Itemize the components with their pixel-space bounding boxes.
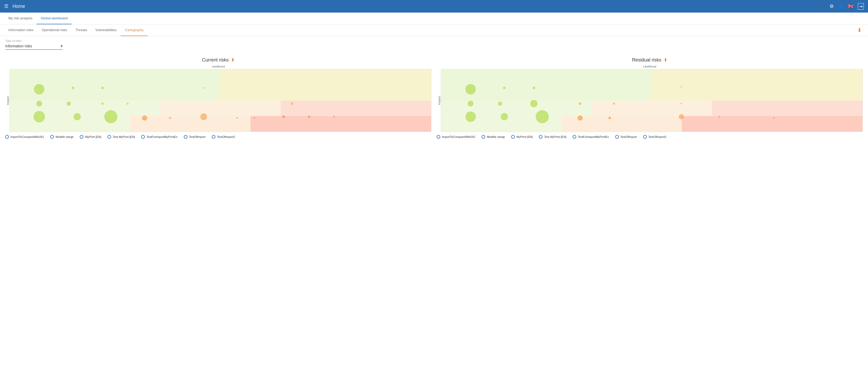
r-bubble-7 (530, 100, 537, 107)
legend-item: TestOfImport2 (212, 135, 235, 139)
legend-dot (482, 135, 485, 139)
r-bubble-3 (533, 87, 535, 89)
svg-rect-1 (220, 69, 431, 101)
bubble-20 (333, 116, 335, 117)
current-risks-legend: ImportToCompareWith261 Modèle vierge MyP… (5, 135, 431, 139)
svg-rect-12 (712, 101, 863, 116)
legend-item: TestForImportMyPrintEn (141, 135, 178, 139)
r-bubble-16 (679, 114, 684, 119)
legend-dot (184, 135, 187, 139)
bubble-11 (73, 113, 81, 120)
download-button-secondary[interactable]: ⬇ (855, 25, 864, 35)
bubble-17 (253, 117, 255, 119)
svg-rect-7 (250, 116, 431, 132)
r-bubble-2 (503, 87, 506, 89)
primary-tab-bar: My risk analysis Global dashboard (0, 12, 868, 24)
legend-item: ImportToCompareWith261 (437, 135, 475, 139)
legend-dot (212, 135, 215, 139)
legend-label: Test MyPrint [EN] (113, 135, 135, 138)
bubble-7 (101, 102, 104, 105)
svg-rect-9 (652, 69, 863, 101)
current-risks-impact-label: Impact (5, 69, 9, 132)
app-header: ☰ Home ⚙ 👤 🇬🇧 ⇥ (0, 0, 868, 12)
residual-risks-panel: Residual risks ⬇ Likelihood Impact (437, 57, 863, 139)
flag-icon[interactable]: 🇬🇧 (848, 3, 854, 9)
bubble-4 (203, 87, 205, 89)
secondary-tab-bar: Information risks Operational risks Thre… (0, 24, 868, 36)
legend-label: TestOfImport2 (648, 135, 666, 138)
legend-item: TestOfImport2 (643, 135, 666, 139)
bubble-16 (236, 117, 238, 119)
svg-rect-4 (281, 101, 431, 116)
bubble-18 (282, 115, 285, 118)
bubble-10 (33, 111, 45, 122)
current-risks-header: Current risks ⬇ (5, 57, 431, 63)
tab-cartography[interactable]: Cartography (121, 24, 148, 36)
bubble-13 (142, 115, 147, 121)
bubble-5 (36, 101, 42, 107)
bubble-19 (308, 116, 310, 118)
legend-label: TestOfImport (620, 135, 637, 138)
bubble-15 (200, 113, 207, 120)
legend-dot (615, 135, 619, 139)
current-risks-title: Current risks (202, 57, 228, 63)
filter-row: Type of risks Information risks ▾ (0, 36, 868, 53)
legend-label: TestForImportMyPrintEn (578, 135, 609, 138)
legend-label: TestOfImport2 (217, 135, 235, 138)
menu-icon[interactable]: ☰ (4, 3, 8, 9)
tab-operational-risks[interactable]: Operational risks (37, 24, 71, 36)
bubble-1 (34, 84, 44, 94)
settings-icon[interactable]: ⚙ (830, 3, 834, 9)
residual-risks-likelihood-label: Likelihood (437, 65, 863, 68)
residual-risks-header: Residual risks ⬇ (437, 57, 863, 63)
legend-dot (511, 135, 515, 139)
r-bubble-9 (613, 103, 615, 105)
charts-container: Current risks ⬇ Likelihood Impact (0, 53, 868, 141)
tab-information-risks[interactable]: Information risks (4, 24, 37, 36)
legend-dot (50, 135, 54, 139)
r-bubble-12 (501, 113, 508, 120)
tab-global-dashboard[interactable]: Global dashboard (37, 12, 72, 24)
current-risks-likelihood-label: Likelihood (5, 65, 431, 68)
legend-item: TestOfImport (615, 135, 637, 139)
tab-my-risk-analysis[interactable]: My risk analysis (4, 12, 37, 24)
legend-item: MyPrint [EN] (511, 135, 533, 139)
logout-icon[interactable]: ⇥ (858, 3, 864, 10)
legend-label: Test MyPrint [EN] (544, 135, 566, 138)
current-risks-chart-area (9, 69, 431, 132)
legend-item: ImportToCompareWith261 (5, 135, 44, 139)
legend-item: Modèle vierge (482, 135, 505, 139)
current-risks-chart-wrapper: Impact (5, 69, 431, 132)
type-of-risks-select[interactable]: Information risks ▾ (5, 44, 63, 50)
bubble-3 (101, 87, 104, 89)
legend-dot (572, 135, 576, 139)
legend-dot (5, 135, 9, 139)
legend-item: TestOfImport (184, 135, 206, 139)
legend-item: TestForImportMyPrintEn (572, 135, 609, 139)
legend-dot (80, 135, 84, 139)
r-bubble-1 (465, 84, 476, 94)
tab-threats[interactable]: Threats (71, 24, 91, 36)
legend-label: Modèle vierge (487, 135, 505, 138)
user-icon[interactable]: 👤 (838, 3, 844, 9)
tab-vulnerabilities[interactable]: Vulnerabilities (91, 24, 121, 36)
bubble-14 (169, 117, 171, 119)
r-bubble-18 (773, 117, 775, 118)
residual-risks-download-icon[interactable]: ⬇ (663, 57, 668, 63)
r-bubble-10 (681, 103, 682, 105)
residual-risks-chart-area (441, 69, 863, 132)
svg-rect-2 (10, 101, 160, 116)
residual-risks-chart-wrapper: Impact (437, 69, 863, 132)
legend-dot (437, 135, 440, 139)
legend-dot (141, 135, 145, 139)
bubble-12 (104, 110, 117, 123)
legend-item: Test MyPrint [EN] (107, 135, 135, 139)
svg-rect-3 (160, 101, 281, 116)
legend-dot (107, 135, 111, 139)
svg-rect-10 (441, 101, 592, 116)
svg-rect-11 (592, 101, 712, 116)
current-risks-download-icon[interactable]: ⬇ (231, 57, 235, 63)
legend-label: Modèle vierge (55, 135, 73, 138)
residual-risks-title: Residual risks (632, 57, 661, 63)
r-bubble-4 (681, 86, 682, 88)
